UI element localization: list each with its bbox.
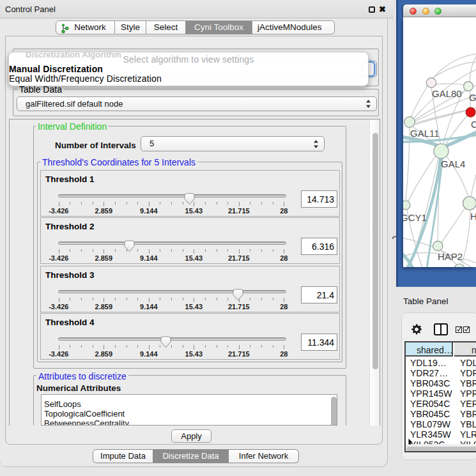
svg-text:GAL11: GAL11 bbox=[410, 128, 440, 139]
svg-text:HIS: HIS bbox=[470, 211, 476, 222]
svg-text:HAP2: HAP2 bbox=[438, 251, 463, 262]
svg-text:GA: GA bbox=[469, 92, 476, 103]
svg-text:GAL80: GAL80 bbox=[432, 88, 462, 99]
svg-text:GCY1: GCY1 bbox=[403, 212, 427, 223]
svg-text:GAL4: GAL4 bbox=[441, 158, 465, 169]
svg-text:CY: CY bbox=[471, 119, 476, 130]
